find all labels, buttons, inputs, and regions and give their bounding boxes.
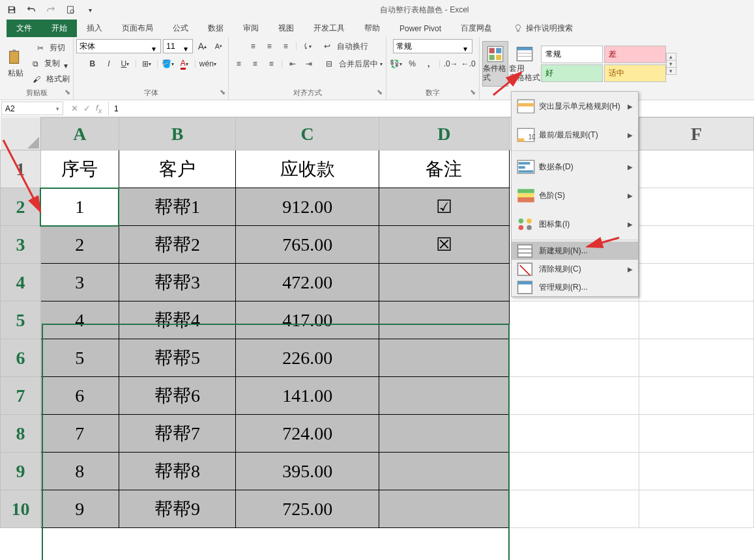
- format-table-button[interactable]: 套用 表格格式: [512, 41, 538, 87]
- italic-button[interactable]: I: [102, 57, 116, 71]
- align-right-button[interactable]: ≡: [264, 57, 278, 71]
- cell[interactable]: 226.00: [236, 339, 379, 377]
- style-good[interactable]: 好: [541, 64, 603, 82]
- cell[interactable]: 帮帮6: [119, 377, 236, 415]
- underline-button[interactable]: U▾: [118, 57, 132, 71]
- tab-insert[interactable]: 插入: [77, 20, 112, 37]
- tab-dev[interactable]: 开发工具: [304, 20, 355, 37]
- font-color-button[interactable]: A▾: [177, 57, 192, 71]
- cell[interactable]: 帮帮1: [119, 188, 236, 226]
- style-gallery-more[interactable]: ▴▾▾: [666, 53, 676, 75]
- cell[interactable]: [379, 339, 510, 377]
- menu-highlight-cells[interactable]: 突出显示单元格规则(H) ▶: [512, 92, 638, 120]
- cell[interactable]: 帮帮2: [119, 226, 236, 264]
- cell[interactable]: 417.00: [236, 301, 379, 339]
- cell[interactable]: 5: [40, 339, 119, 377]
- cut-button[interactable]: ✂ 剪切: [32, 41, 70, 55]
- cell[interactable]: 客户: [119, 150, 236, 188]
- menu-top-bottom[interactable]: 10 最前/最后规则(T) ▶: [512, 120, 638, 149]
- col-header[interactable]: D: [379, 118, 510, 150]
- tab-help[interactable]: 帮助: [355, 20, 390, 37]
- redo-icon[interactable]: [46, 5, 56, 15]
- bold-button[interactable]: B: [85, 57, 100, 71]
- cell[interactable]: 4: [40, 301, 119, 339]
- cell[interactable]: 9: [40, 490, 119, 528]
- border-button[interactable]: ⊞▾: [139, 57, 154, 71]
- cell[interactable]: [509, 490, 639, 528]
- menu-color-scales[interactable]: 色阶(S) ▶: [512, 181, 638, 210]
- cell[interactable]: 141.00: [236, 377, 379, 415]
- menu-icon-sets[interactable]: 图标集(I) ▶: [512, 210, 638, 238]
- row-header[interactable]: 1: [1, 150, 41, 188]
- format-painter-button[interactable]: 🖌 格式刷: [32, 72, 70, 87]
- cell[interactable]: 序号: [40, 150, 119, 188]
- launcher-icon[interactable]: ⬊: [63, 88, 72, 97]
- tab-formula[interactable]: 公式: [163, 20, 198, 37]
- row-header[interactable]: 7: [1, 377, 41, 415]
- cell[interactable]: 8: [40, 453, 119, 490]
- cell[interactable]: 765.00: [236, 226, 379, 264]
- menu-manage-rules[interactable]: 管理规则(R)...: [512, 278, 638, 296]
- row-header[interactable]: 5: [1, 301, 41, 339]
- cell[interactable]: [509, 453, 639, 490]
- cell[interactable]: 备注: [379, 150, 510, 188]
- cell[interactable]: 725.00: [236, 490, 379, 528]
- cell[interactable]: 724.00: [236, 415, 379, 453]
- number-format-combo[interactable]: 常规▾: [393, 39, 472, 53]
- row-header[interactable]: 3: [1, 226, 41, 264]
- align-center-button[interactable]: ≡: [248, 57, 262, 71]
- cell[interactable]: [639, 188, 754, 226]
- cell[interactable]: [379, 415, 510, 453]
- print-preview-icon[interactable]: [65, 5, 76, 15]
- undo-icon[interactable]: [26, 5, 36, 15]
- select-all-corner[interactable]: [1, 118, 41, 150]
- style-neutral[interactable]: 适中: [604, 64, 666, 82]
- cell[interactable]: [639, 339, 754, 377]
- cell[interactable]: [509, 377, 639, 415]
- decrease-decimal-button[interactable]: ←.0: [461, 57, 476, 71]
- cell[interactable]: 912.00: [236, 188, 379, 226]
- cell[interactable]: 3: [40, 264, 119, 301]
- tab-data[interactable]: 数据: [198, 20, 233, 37]
- cell[interactable]: 2: [40, 226, 119, 264]
- cell[interactable]: [639, 453, 754, 490]
- cell[interactable]: 帮帮3: [119, 264, 236, 301]
- font-size-combo[interactable]: 11▾: [163, 39, 193, 53]
- cell[interactable]: [639, 377, 754, 415]
- cell[interactable]: [509, 415, 639, 453]
- wrap-text-button[interactable]: ↩ 自动换行: [323, 39, 368, 53]
- cell[interactable]: 帮帮8: [119, 453, 236, 490]
- cell[interactable]: 帮帮5: [119, 339, 236, 377]
- save-icon[interactable]: [7, 5, 17, 15]
- tab-home[interactable]: 开始: [42, 20, 77, 37]
- cell[interactable]: 472.00: [236, 264, 379, 301]
- cell[interactable]: [639, 264, 754, 301]
- menu-new-rule[interactable]: 新建规则(N)...: [512, 242, 638, 260]
- cell[interactable]: [639, 301, 754, 339]
- style-normal[interactable]: 常规: [541, 46, 603, 63]
- cell[interactable]: [639, 415, 754, 453]
- cell[interactable]: 帮帮7: [119, 415, 236, 453]
- align-left-button[interactable]: ≡: [231, 57, 246, 71]
- cell[interactable]: 395.00: [236, 453, 379, 490]
- tab-baidu[interactable]: 百度网盘: [451, 20, 502, 37]
- launcher-icon[interactable]: ⬊: [469, 88, 478, 97]
- name-box[interactable]: A2▾: [1, 102, 63, 115]
- cell[interactable]: [379, 490, 510, 528]
- row-header[interactable]: 2: [1, 188, 41, 226]
- cell[interactable]: [379, 377, 510, 415]
- formula-input[interactable]: 1: [109, 100, 754, 117]
- tell-me-search[interactable]: 操作说明搜索: [514, 20, 573, 37]
- menu-clear-rules[interactable]: 清除规则(C) ▶: [512, 260, 638, 278]
- increase-decimal-button[interactable]: .0→: [443, 57, 459, 71]
- confirm-icon[interactable]: ✓: [83, 104, 91, 113]
- menu-data-bars[interactable]: 数据条(D) ▶: [512, 152, 638, 181]
- paste-button[interactable]: 粘贴: [3, 41, 29, 87]
- tab-pivot[interactable]: Power Pivot: [390, 20, 451, 37]
- cell[interactable]: [379, 453, 510, 490]
- align-bottom-button[interactable]: ≡: [278, 39, 293, 53]
- tab-review[interactable]: 审阅: [233, 20, 268, 37]
- merge-button[interactable]: ⊟ 合并后居中▾: [325, 57, 383, 71]
- cancel-icon[interactable]: ✕: [71, 104, 78, 113]
- cell[interactable]: [509, 339, 639, 377]
